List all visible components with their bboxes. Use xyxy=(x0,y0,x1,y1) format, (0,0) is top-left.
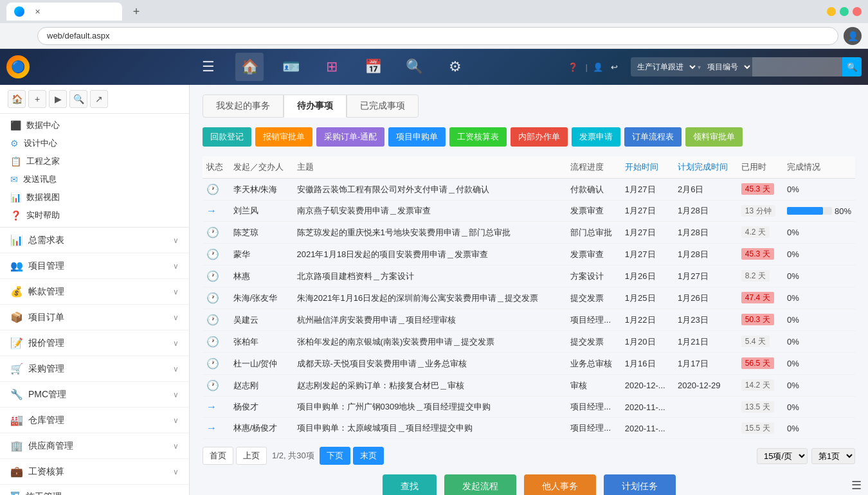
cell-initiator[interactable]: 杜一山/贺仲 xyxy=(230,353,293,375)
cell-subject[interactable]: 杭州融信洋房安装费用申请＿项目经理审核 xyxy=(293,309,567,331)
cell-initiator[interactable]: 张柏年 xyxy=(230,331,293,353)
next-page-btn[interactable]: 下页 xyxy=(320,447,350,465)
hamburger-icon[interactable]: ☰ xyxy=(851,479,862,492)
sidebar-quick-designcenter[interactable]: ⚙ 设计中心 xyxy=(0,134,189,152)
last-page-btn[interactable]: 末页 xyxy=(353,447,384,465)
sidebar-search-btn[interactable]: 🔍 xyxy=(69,90,87,108)
cell-initiator[interactable]: 杨俊才 xyxy=(230,397,293,418)
minimize-button[interactable] xyxy=(827,7,836,16)
cell-subject[interactable]: 安徽路云装饰工程有限公司对外支付申请＿付款确认 xyxy=(293,179,567,201)
cell-progress[interactable]: 付款确认 xyxy=(566,179,621,201)
search-submit-btn[interactable]: 🔍 xyxy=(842,57,862,76)
tab-close-btn[interactable]: ✕ xyxy=(35,8,41,16)
maximize-button[interactable] xyxy=(840,7,849,16)
qa-salary-calc[interactable]: 工资核算表 xyxy=(449,127,507,147)
qa-internal-work[interactable]: 内部办作单 xyxy=(511,127,568,147)
nav-home-btn[interactable]: 🏠 xyxy=(235,53,264,81)
cell-subject[interactable]: 张柏年发起的南京银城(南装)安装费用申请＿提交发票 xyxy=(293,331,567,353)
qa-invoice-request[interactable]: 发票申请 xyxy=(572,127,620,147)
logout-link[interactable]: ↩ xyxy=(611,62,620,72)
cell-progress[interactable]: 部门总审批 xyxy=(566,222,621,244)
cell-initiator[interactable]: 刘兰风 xyxy=(230,201,293,222)
sidebar-menu-purchase[interactable]: 🛒 采购管理 ∨ xyxy=(0,356,189,382)
tab-completed[interactable]: 已完成事项 xyxy=(347,94,419,118)
sidebar-menu-order[interactable]: 📦 项目订单 ∨ xyxy=(0,305,189,330)
cell-initiator[interactable]: 赵志刚 xyxy=(230,375,293,397)
cell-progress[interactable]: 发票审查 xyxy=(566,201,621,222)
cell-subject[interactable]: 项目申购单：太原峻城项目＿项目经理提交申购 xyxy=(293,418,567,439)
browser-tab[interactable]: ✕ xyxy=(6,3,122,21)
new-tab-button[interactable]: + xyxy=(127,3,145,21)
sidebar-menu-demand[interactable]: 📊 总需求表 ∨ xyxy=(0,228,189,253)
sidebar-menu-salary[interactable]: 💼 工资核算 ∨ xyxy=(0,459,189,485)
cell-progress[interactable]: 提交发票 xyxy=(566,331,621,353)
sidebar-add-btn[interactable]: + xyxy=(28,90,46,108)
sidebar-menu-warehouse[interactable]: 🏭 仓库管理 ∨ xyxy=(0,408,189,433)
tab-pending[interactable]: 待办事项 xyxy=(284,94,347,118)
cell-subject[interactable]: 赵志刚发起的采购订单：粘接复合材巴＿审核 xyxy=(293,375,567,397)
cell-progress[interactable]: 业务总审核 xyxy=(566,353,621,375)
prev-page-btn[interactable]: 上页 xyxy=(236,447,267,465)
sidebar-home-btn[interactable]: 🏠 xyxy=(8,90,26,108)
sidebar-menu-construction[interactable]: 🏗 施工管理 ∨ xyxy=(0,485,189,495)
search-type-select[interactable]: 生产订单跟进 xyxy=(631,62,698,72)
cell-subject[interactable]: 成都天琼-天悦项目安装费用申请＿业务总审核 xyxy=(293,353,567,375)
sidebar-menu-supplier[interactable]: 🏢 供应商管理 ∨ xyxy=(0,433,189,459)
sidebar-menu-project[interactable]: 👥 项目管理 ∨ xyxy=(0,253,189,279)
help-link[interactable]: ❓ xyxy=(568,62,581,72)
sidebar-share-btn[interactable]: ↗ xyxy=(90,90,108,108)
refresh-button[interactable] xyxy=(27,33,32,39)
sidebar-play-btn[interactable]: ▶ xyxy=(49,90,67,108)
cell-subject[interactable]: 2021年1月18日发起的项目安装费用申请＿发票审查 xyxy=(293,244,567,266)
cell-progress[interactable]: 项目经理... xyxy=(566,397,621,418)
cell-subject[interactable]: 南京燕子矶安装费用申请＿发票审查 xyxy=(293,201,567,222)
cell-progress[interactable]: 方案设计 xyxy=(566,266,621,287)
qa-material-approval[interactable]: 领料审批单 xyxy=(685,127,743,147)
qa-reimbursement[interactable]: 报销审批单 xyxy=(255,127,312,147)
cell-initiator[interactable]: 林惠/杨俊才 xyxy=(230,418,293,439)
nav-settings-btn[interactable]: ⚙ xyxy=(441,53,469,81)
cell-subject[interactable]: 北京路项目建档资料＿方案设计 xyxy=(293,266,567,287)
per-page-select[interactable]: 15项/页 30项/页 xyxy=(757,448,808,464)
nav-grid-btn[interactable]: ⊞ xyxy=(318,53,346,81)
nav-calendar-btn[interactable]: 📅 xyxy=(359,53,387,81)
nav-card-btn[interactable]: 🪪 xyxy=(276,53,305,81)
sidebar-quick-sendmsg[interactable]: ✉ 发送讯息 xyxy=(0,170,189,188)
cell-progress[interactable]: 项目经理... xyxy=(566,418,621,439)
page-goto-select[interactable]: 第1页 第2页 xyxy=(811,448,855,464)
cell-subject[interactable]: 项目申购单：广州广钢0309地块＿项目经理提交申购 xyxy=(293,397,567,418)
cell-initiator[interactable]: 陈芝琼 xyxy=(230,222,293,244)
sidebar-menu-pmc[interactable]: 🔧 PMC管理 ∨ xyxy=(0,382,189,408)
cell-subject[interactable]: 陈芝琼发起的重庆悦来1号地块安装费用申请＿部门总审批 xyxy=(293,222,567,244)
address-bar[interactable] xyxy=(37,27,838,45)
first-page-btn[interactable]: 首页 xyxy=(203,447,233,465)
sidebar-quick-help[interactable]: ❓ 实时帮助 xyxy=(0,206,189,224)
user-label[interactable]: 👤 xyxy=(593,62,606,72)
cell-progress[interactable]: 发票审查 xyxy=(566,244,621,266)
cell-initiator[interactable]: 李天林/朱海 xyxy=(230,179,293,201)
cell-initiator[interactable]: 蒙华 xyxy=(230,244,293,266)
cell-progress[interactable]: 提交发票 xyxy=(566,287,621,309)
plan-task-btn[interactable]: 计划任务 xyxy=(604,474,676,495)
qa-project-purchase[interactable]: 项目申购单 xyxy=(388,127,446,147)
close-window-button[interactable] xyxy=(853,7,862,16)
sidebar-quick-dataview[interactable]: 📊 数据视图 xyxy=(0,188,189,206)
cell-initiator[interactable]: 朱海/张友华 xyxy=(230,287,293,309)
cell-initiator[interactable]: 林惠 xyxy=(230,266,293,287)
qa-order-flow[interactable]: 订单流程表 xyxy=(624,127,682,147)
find-btn[interactable]: 查找 xyxy=(383,474,437,495)
cell-progress[interactable]: 审核 xyxy=(566,375,621,397)
cell-progress[interactable]: 项目经理... xyxy=(566,309,621,331)
search-input[interactable] xyxy=(752,57,842,76)
forward-button[interactable] xyxy=(17,33,22,39)
search-field-select[interactable]: 项目编号 xyxy=(701,62,752,72)
sidebar-menu-quote[interactable]: 📝 报价管理 ∨ xyxy=(0,330,189,356)
nav-hamburger-btn[interactable]: ☰ xyxy=(194,53,222,81)
others-tasks-btn[interactable]: 他人事务 xyxy=(524,474,596,495)
sidebar-quick-engineering[interactable]: 📋 工程之家 xyxy=(0,152,189,170)
cell-subject[interactable]: 朱海2021年1月16日发起的深圳前海公寓安装费用申请＿提交发票 xyxy=(293,287,567,309)
cell-initiator[interactable]: 吴建云 xyxy=(230,309,293,331)
user-avatar-icon[interactable]: 👤 xyxy=(844,27,862,45)
qa-payment-register[interactable]: 回款登记 xyxy=(203,127,251,147)
nav-search-btn[interactable]: 🔍 xyxy=(400,53,428,81)
